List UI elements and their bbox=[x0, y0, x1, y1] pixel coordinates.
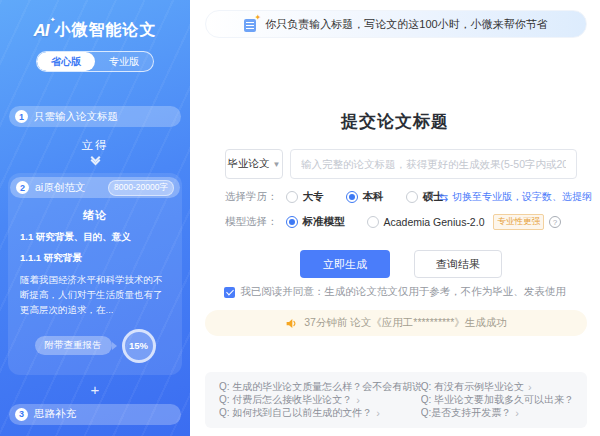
logo: AI 小微智能论文 bbox=[0, 20, 190, 41]
chevron-right-icon: › bbox=[356, 394, 360, 406]
preview-subsection-line: 1.1.1 研究背景 bbox=[20, 252, 170, 265]
step1-label: 只需输入论文标题 bbox=[34, 110, 118, 124]
faq-question: Q: 如何找到自己以前生成的文件？ bbox=[219, 407, 372, 420]
preview-paragraph: 随着我国经济水平和科学技术的不断提高，人们对于生活质量也有了更高层次的追求，在.… bbox=[20, 272, 170, 318]
faq-card: Q: 生成的毕业论文质量怎么样？会不会有胡说八道的情况 › Q: 付费后怎么接收… bbox=[205, 372, 587, 428]
pro-badge: 专业性更强 bbox=[493, 214, 544, 230]
faq-column-left: Q: 生成的毕业论文质量怎么样？会不会有胡说八道的情况 › Q: 付费后怎么接收… bbox=[219, 380, 421, 420]
degree-row: 选择学历： 大专 本科 硕士 bbox=[225, 190, 466, 204]
paper-title-input[interactable] bbox=[290, 149, 577, 179]
banner-text: 你只负责输入标题，写论文的这100小时，小微来帮你节省 bbox=[265, 17, 547, 32]
faq-question: Q: 付费后怎么接收毕业论文？ bbox=[219, 393, 352, 406]
radio-bachelor[interactable]: 本科 bbox=[346, 190, 384, 204]
logo-text: 小微智能论文 bbox=[55, 20, 157, 41]
step3-pill: 3 思路补充 bbox=[9, 404, 181, 425]
radio-icon[interactable] bbox=[367, 216, 379, 228]
report-badge: 附带查重报告 bbox=[35, 336, 112, 355]
degree-label: 选择学历： bbox=[225, 190, 278, 204]
main-content: ✦ 你只负责输入标题，写论文的这100小时，小微来帮你节省 提交论文标题 毕业论… bbox=[190, 0, 600, 436]
tab-professional-edition[interactable]: 专业版 bbox=[95, 52, 153, 71]
action-buttons: 立即生成 查询结果 bbox=[300, 250, 502, 278]
model-label: 模型选择： bbox=[225, 215, 278, 229]
agreement-checkbox[interactable] bbox=[224, 287, 235, 298]
faq-link[interactable]: Q: 付费后怎么接收毕业论文？ › bbox=[219, 393, 421, 406]
app-window: AI 小微智能论文 省心版 专业版 1 只需输入论文标题 立得 2 ai原创范文… bbox=[0, 0, 600, 436]
title-form-row: 毕业论文 ▼ bbox=[225, 149, 577, 179]
radio-icon[interactable] bbox=[406, 191, 418, 203]
step2-pill: 2 ai原创范文 8000-20000字 bbox=[10, 177, 180, 198]
help-icon[interactable]: ? bbox=[549, 216, 561, 228]
faq-question: Q:是否支持开发票？ bbox=[421, 407, 512, 420]
swap-icon: ⇆ bbox=[439, 191, 448, 204]
notice-bar: 37分钟前 论文《应用工**********》生成成功 bbox=[205, 310, 587, 336]
notice-text: 37分钟前 论文《应用工**********》生成成功 bbox=[304, 316, 506, 330]
step2-number: 2 bbox=[16, 181, 29, 194]
plus-separator: + bbox=[0, 381, 190, 398]
instant-label: 立得 bbox=[0, 138, 190, 153]
chevron-right-icon: › bbox=[515, 407, 519, 419]
radio-label: Academia Genius-2.0 bbox=[384, 216, 485, 228]
logo-icon: AI bbox=[34, 21, 49, 41]
switch-to-pro-link[interactable]: ⇆ 切换至专业版，设字数、选提纲 bbox=[439, 190, 592, 204]
sidebar: AI 小微智能论文 省心版 专业版 1 只需输入论文标题 立得 2 ai原创范文… bbox=[0, 0, 190, 436]
agreement-row: 我已阅读并同意：生成的论文范文仅用于参考，不作为毕业、发表使用 bbox=[190, 285, 600, 299]
faq-question: Q: 生成的毕业论文质量怎么样？会不会有胡说八道的情况 bbox=[219, 380, 421, 393]
agreement-text: 我已阅读并同意：生成的论文范文仅用于参考，不作为毕业、发表使用 bbox=[240, 285, 566, 299]
plagiarism-report-row: 附带查重报告 15% bbox=[8, 329, 182, 363]
radio-label: 大专 bbox=[303, 190, 324, 204]
sample-preview-card: 2 ai原创范文 8000-20000字 绪论 1.1 研究背景、目的、意义 1… bbox=[8, 173, 182, 375]
preview-section-line: 1.1 研究背景、目的、意义 bbox=[20, 231, 170, 244]
radio-label: 本科 bbox=[363, 190, 384, 204]
generate-button[interactable]: 立即生成 bbox=[300, 250, 390, 278]
chevron-right-icon: › bbox=[528, 381, 532, 393]
faq-link[interactable]: Q: 毕业论文要加载多久可以出来？ › bbox=[421, 393, 573, 406]
model-row: 模型选择： 标准模型 Academia Genius-2.0 专业性更强 ? bbox=[225, 214, 561, 230]
radio-icon[interactable] bbox=[346, 191, 358, 203]
step3-label: 思路补充 bbox=[34, 407, 76, 421]
plagiarism-rate-circle: 15% bbox=[122, 329, 156, 363]
chevron-down-icon bbox=[0, 158, 190, 164]
query-result-button[interactable]: 查询结果 bbox=[414, 250, 502, 278]
faq-column-right: Q: 有没有示例毕业论文 › Q: 毕业论文要加载多久可以出来？ › Q:是否支… bbox=[421, 380, 573, 420]
word-count-badge: 8000-20000字 bbox=[108, 180, 174, 196]
paper-type-select[interactable]: 毕业论文 ▼ bbox=[225, 149, 283, 179]
step1-number: 1 bbox=[15, 110, 28, 123]
step3-number: 3 bbox=[15, 408, 28, 421]
speaker-icon bbox=[285, 317, 298, 330]
faq-link[interactable]: Q:是否支持开发票？ › bbox=[421, 407, 573, 420]
radio-label: 标准模型 bbox=[303, 215, 345, 229]
radio-associate[interactable]: 大专 bbox=[286, 190, 324, 204]
faq-question: Q: 毕业论文要加载多久可以出来？ bbox=[421, 393, 573, 406]
preview-chapter-title: 绪论 bbox=[8, 208, 182, 223]
faq-link[interactable]: Q: 如何找到自己以前生成的文件？ › bbox=[219, 407, 421, 420]
step1-pill: 1 只需输入论文标题 bbox=[9, 106, 181, 127]
paper-type-value: 毕业论文 bbox=[228, 157, 270, 171]
page-title: 提交论文标题 bbox=[190, 110, 600, 133]
radio-icon[interactable] bbox=[286, 191, 298, 203]
tab-worry-free-edition[interactable]: 省心版 bbox=[37, 52, 95, 71]
edition-tabs: 省心版 专业版 bbox=[36, 51, 154, 72]
promo-banner: ✦ 你只负责输入标题，写论文的这100小时，小微来帮你节省 bbox=[205, 10, 587, 38]
chevron-right-icon: › bbox=[376, 407, 380, 419]
radio-academia-genius[interactable]: Academia Genius-2.0 专业性更强 bbox=[367, 214, 544, 230]
document-sparkle-icon: ✦ bbox=[244, 17, 258, 32]
faq-question: Q: 有没有示例毕业论文 bbox=[421, 380, 524, 393]
step2-label: ai原创范文 bbox=[35, 181, 85, 195]
switch-link-text: 切换至专业版，设字数、选提纲 bbox=[452, 190, 592, 204]
faq-link[interactable]: Q: 有没有示例毕业论文 › bbox=[421, 380, 573, 393]
faq-link[interactable]: Q: 生成的毕业论文质量怎么样？会不会有胡说八道的情况 › bbox=[219, 380, 421, 393]
radio-icon[interactable] bbox=[286, 216, 298, 228]
caret-down-icon: ▼ bbox=[273, 160, 281, 169]
radio-standard-model[interactable]: 标准模型 bbox=[286, 215, 345, 229]
